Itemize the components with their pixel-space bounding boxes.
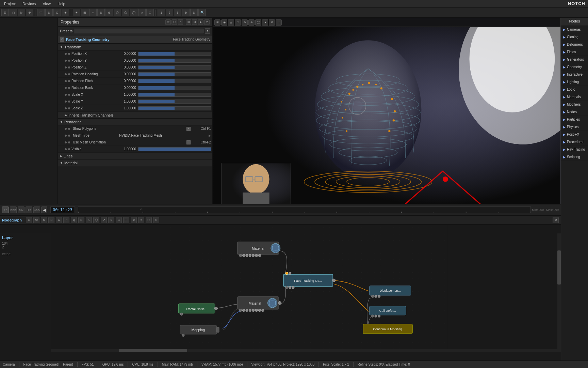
vp-btn-tri[interactable]: △	[228, 19, 234, 26]
toolbar-btn-15[interactable]: ⬠	[122, 9, 129, 16]
prop-show-polygons[interactable]: Show Polygons ✓ Ctrl-F1	[58, 125, 212, 132]
prop-scale-x[interactable]: Scale X 1.00000	[58, 91, 212, 98]
ng-btn-circ[interactable]: ◯	[93, 217, 99, 223]
toolbar-btn-6[interactable]: ⊗	[45, 9, 53, 16]
toolbar-btn-21[interactable]: 3	[174, 9, 181, 16]
show-polygons-checkbox[interactable]: ✓	[186, 127, 191, 131]
menu-view[interactable]: View	[41, 1, 52, 6]
vp-btn-sq[interactable]: □	[235, 19, 241, 26]
prop-slider-scZ[interactable]	[138, 106, 211, 110]
vp-btn-star[interactable]: ★	[262, 19, 268, 26]
menu-devices[interactable]: Devices	[21, 1, 37, 6]
mesh-orientation-checkbox[interactable]	[186, 140, 191, 144]
node-item-fields[interactable]: ▶ Fields	[561, 48, 588, 56]
toolbar-btn-18[interactable]: □	[146, 9, 154, 16]
node-item-postfx[interactable]: ▶ Post-FX	[561, 131, 588, 138]
prop-slider-scX[interactable]	[138, 93, 211, 97]
props-arr2[interactable]: ⊟	[192, 19, 197, 25]
node-item-physics[interactable]: ▶ Physics	[561, 123, 588, 131]
ng-settings-btn[interactable]: ⚙	[553, 217, 559, 223]
node-item-cameras[interactable]: ▶ Cameras	[561, 26, 588, 33]
prop-position-y[interactable]: Position Y 0.00000	[58, 57, 212, 64]
section-lines[interactable]: ▶ Lines	[58, 153, 212, 159]
prop-slider-posX[interactable]	[138, 52, 211, 56]
object-row[interactable]: Face Tracking Geometry Face Tracking Geo…	[58, 35, 212, 44]
ng-scrollbar-vertical[interactable]	[557, 233, 561, 349]
toolbar-btn-13[interactable]: ⊜	[105, 9, 113, 16]
menu-help[interactable]: Help	[56, 1, 67, 6]
ng-btn-lasso[interactable]: ⊙	[108, 217, 114, 223]
toolbar-btn-9[interactable]: ✦	[73, 9, 80, 16]
trans-record[interactable]: ↩	[2, 206, 9, 213]
vp-btn-gear[interactable]: ⚙	[269, 19, 275, 26]
node-item-interactive[interactable]: ▶ Interactive	[561, 71, 588, 78]
props-arr3[interactable]: ▶	[198, 19, 203, 25]
node-item-generators[interactable]: ▶ Generators	[561, 56, 588, 63]
toolbar-btn-8[interactable]: ◈	[62, 9, 69, 16]
prop-slider-rotP[interactable]	[138, 79, 211, 83]
node-item-cloning[interactable]: ▶ Cloning	[561, 33, 588, 41]
presets-dropdown[interactable]: ▼	[205, 28, 210, 34]
node-item-deformers[interactable]: ▶ Deformers	[561, 41, 588, 48]
prop-rot-pitch[interactable]: Rotation Pitch 0.00000	[58, 78, 212, 85]
ng-btn-layer[interactable]: ⬚	[146, 217, 152, 223]
vp-btn-circ[interactable]: ◯	[255, 19, 261, 26]
trans-bin[interactable]: BIN	[18, 206, 24, 213]
node-item-geometry[interactable]: ▶ Geometry	[561, 63, 588, 71]
vp-btn-grid[interactable]: ⊞	[214, 19, 220, 26]
vp-btn-x[interactable]: ⊗	[248, 19, 255, 26]
prop-slider-vis[interactable]	[138, 147, 211, 151]
prop-slider-posZ[interactable]	[138, 65, 211, 70]
node-item-particles[interactable]: ▶ Particles	[561, 116, 588, 123]
section-transform[interactable]: ▼ Transform	[58, 44, 212, 50]
props-link-btn[interactable]: ⬡	[172, 19, 177, 25]
ng-btn-q[interactable]: Q	[71, 217, 77, 223]
toolbar-btn-3[interactable]: ▷	[18, 9, 25, 16]
prop-scale-y[interactable]: Scale Y 1.00000	[58, 98, 212, 105]
nodegraph-canvas[interactable]: Layer 104 2 ected:	[0, 225, 561, 352]
prop-scale-z[interactable]: Scale Z 1.00000	[58, 105, 212, 112]
section-rendering[interactable]: ▼ Rendering	[58, 119, 212, 125]
node-item-raytracing[interactable]: ▶ Ray Tracing	[561, 146, 588, 153]
toolbar-btn-4[interactable]: ⊕	[26, 9, 33, 16]
toolbar-btn-10[interactable]: ⊞	[81, 9, 88, 16]
section-material[interactable]: ▼ Material	[58, 159, 212, 166]
prop-slider-posY[interactable]	[138, 59, 211, 63]
ng-btn-mag[interactable]: ⬡	[116, 217, 122, 223]
props-x-btn[interactable]: ✕	[178, 19, 183, 25]
prop-position-x[interactable]: Position X 0.00000	[58, 50, 212, 57]
ng-btn-s[interactable]: S	[41, 217, 47, 223]
ng-btn-wave[interactable]: ≈	[138, 217, 144, 223]
toolbar-btn-20[interactable]: 2	[166, 9, 173, 16]
prop-rot-heading[interactable]: Rotation Heading 0.00000	[58, 71, 212, 78]
props-arr1[interactable]: ⊞	[186, 19, 191, 25]
prop-mesh-type[interactable]: Mesh Type NVIDIA Face Tracking Mesh ▶	[58, 132, 212, 139]
prop-visible[interactable]: Visible 1.00000	[58, 146, 212, 153]
ng-btn-play[interactable]: ▷	[153, 217, 159, 223]
prop-rot-bank[interactable]: Rotation Bank 0.00000	[58, 85, 212, 91]
toolbar-btn-14[interactable]: ⬡	[114, 9, 121, 16]
ng-btn-sq[interactable]: □	[78, 217, 84, 223]
ng-btn-arr[interactable]: ↗	[101, 217, 107, 223]
toolbar-btn-16[interactable]: ◯	[130, 9, 137, 16]
trans-his[interactable]: HIS	[26, 206, 32, 213]
vp-btn-dots[interactable]: …	[276, 19, 282, 26]
node-item-modifiers[interactable]: ▶ Modifiers	[561, 101, 588, 108]
prop-slider-scY[interactable]	[138, 99, 211, 104]
toolbar-btn-11[interactable]: ≡	[89, 9, 97, 16]
node-item-nodes[interactable]: ▶ Nodes	[561, 108, 588, 116]
toolbar-btn-24[interactable]: 🔍	[198, 9, 206, 16]
ng-btn-n[interactable]: N	[48, 217, 54, 223]
section-inherit-transform[interactable]: ▶ Inherit Transform Channels	[58, 112, 212, 119]
toolbar-btn-19[interactable]: 1	[158, 9, 165, 16]
node-item-logic[interactable]: ▶ Logic	[561, 86, 588, 93]
toolbar-btn-22[interactable]: ⊕	[182, 9, 190, 16]
vp-btn-cam[interactable]: ◉	[221, 19, 227, 26]
ng-btn-tri[interactable]: △	[86, 217, 92, 223]
trans-res[interactable]: RES	[10, 206, 17, 213]
ng-btn-1[interactable]: ⊞	[26, 217, 32, 223]
ng-btn-dots[interactable]: ⋯	[123, 217, 129, 223]
toolbar-btn-17[interactable]: △	[138, 9, 146, 16]
toolbar-btn-5[interactable]: ⬚	[37, 9, 45, 16]
props-arr4[interactable]: ?	[204, 19, 210, 25]
